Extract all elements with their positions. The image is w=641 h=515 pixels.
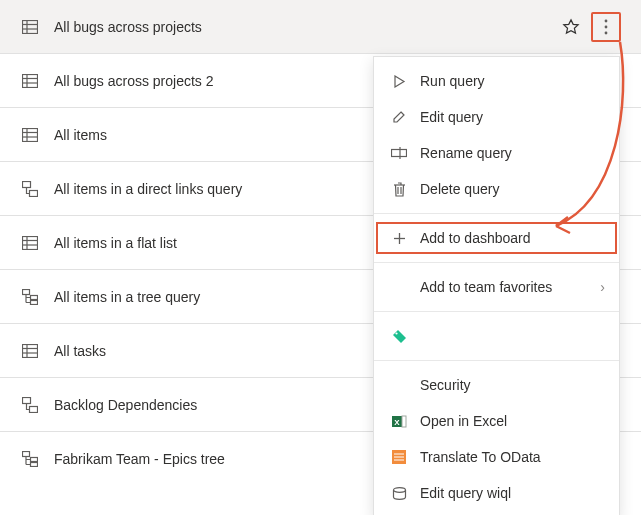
menu-add-team-favorites[interactable]: Add to team favorites › bbox=[374, 269, 619, 305]
svg-rect-42 bbox=[402, 416, 406, 427]
menu-separator bbox=[374, 360, 619, 361]
menu-label: Edit query wiql bbox=[420, 485, 605, 501]
svg-rect-21 bbox=[23, 289, 30, 294]
pencil-icon bbox=[388, 110, 410, 124]
svg-rect-33 bbox=[392, 150, 407, 157]
play-icon bbox=[388, 75, 410, 88]
flat-query-icon bbox=[20, 344, 40, 358]
menu-open-in-excel[interactable]: X Open in Excel bbox=[374, 403, 619, 439]
excel-icon: X bbox=[388, 414, 410, 429]
svg-rect-16 bbox=[30, 190, 38, 196]
menu-tag[interactable] bbox=[374, 318, 619, 354]
flat-query-icon bbox=[20, 20, 40, 34]
trash-icon bbox=[388, 182, 410, 197]
svg-point-5 bbox=[605, 25, 608, 28]
menu-separator bbox=[374, 213, 619, 214]
menu-edit-wiql[interactable]: Edit query wiql bbox=[374, 475, 619, 511]
flat-query-icon bbox=[20, 236, 40, 250]
wiql-icon bbox=[388, 487, 410, 500]
linked-query-icon bbox=[20, 397, 40, 413]
menu-separator bbox=[374, 262, 619, 263]
svg-point-47 bbox=[393, 487, 405, 492]
svg-rect-28 bbox=[23, 397, 31, 403]
flat-query-icon bbox=[20, 74, 40, 88]
menu-label: Add to team favorites bbox=[420, 279, 600, 295]
plus-icon bbox=[388, 232, 410, 245]
svg-rect-32 bbox=[31, 463, 38, 467]
menu-add-to-dashboard[interactable]: Add to dashboard bbox=[374, 220, 619, 256]
svg-rect-11 bbox=[23, 128, 38, 141]
tag-icon bbox=[388, 329, 410, 344]
svg-rect-22 bbox=[31, 295, 38, 299]
svg-rect-15 bbox=[23, 181, 31, 187]
svg-rect-24 bbox=[23, 344, 38, 357]
svg-point-4 bbox=[605, 19, 608, 22]
query-label: All bugs across projects bbox=[54, 19, 559, 35]
svg-rect-31 bbox=[31, 458, 38, 462]
menu-label: Run query bbox=[420, 73, 605, 89]
flat-query-icon bbox=[20, 128, 40, 142]
linked-query-icon bbox=[20, 181, 40, 197]
odata-icon bbox=[388, 450, 410, 464]
menu-label: Rename query bbox=[420, 145, 605, 161]
svg-rect-0 bbox=[23, 20, 38, 33]
menu-translate-odata[interactable]: Translate To OData bbox=[374, 439, 619, 475]
context-menu: Run query Edit query Rename query Delete… bbox=[373, 56, 620, 515]
menu-label: Edit query bbox=[420, 109, 605, 125]
menu-label: Delete query bbox=[420, 181, 605, 197]
svg-rect-7 bbox=[23, 74, 38, 87]
menu-security[interactable]: Security bbox=[374, 367, 619, 403]
svg-rect-23 bbox=[31, 300, 38, 304]
svg-point-39 bbox=[395, 332, 397, 334]
svg-point-6 bbox=[605, 31, 608, 34]
menu-delete-query[interactable]: Delete query bbox=[374, 171, 619, 207]
menu-edit-query[interactable]: Edit query bbox=[374, 99, 619, 135]
tree-query-icon bbox=[20, 451, 40, 467]
svg-rect-29 bbox=[30, 406, 38, 412]
svg-rect-30 bbox=[23, 452, 30, 457]
menu-rename-query[interactable]: Rename query bbox=[374, 135, 619, 171]
menu-label: Security bbox=[420, 377, 605, 393]
more-actions-button[interactable] bbox=[591, 12, 621, 42]
rename-icon bbox=[388, 147, 410, 159]
menu-label: Translate To OData bbox=[420, 449, 605, 465]
svg-rect-17 bbox=[23, 236, 38, 249]
menu-separator bbox=[374, 311, 619, 312]
menu-label: Open in Excel bbox=[420, 413, 605, 429]
star-icon[interactable] bbox=[559, 18, 583, 36]
tree-query-icon bbox=[20, 289, 40, 305]
menu-run-query[interactable]: Run query bbox=[374, 63, 619, 99]
menu-label: Add to dashboard bbox=[420, 230, 605, 246]
chevron-right-icon: › bbox=[600, 279, 605, 295]
svg-text:X: X bbox=[394, 418, 400, 427]
query-row[interactable]: All bugs across projects bbox=[0, 0, 641, 54]
